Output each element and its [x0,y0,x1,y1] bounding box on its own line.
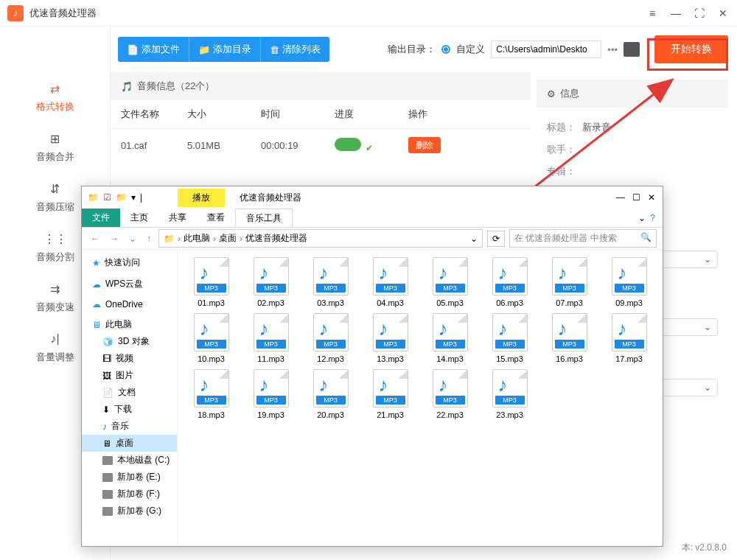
file-item[interactable]: ♪MP302.mp3 [242,257,300,307]
tab-home[interactable]: 主页 [120,209,158,227]
mp3-file-icon: ♪MP3 [492,313,528,351]
file-explorer-window: 📁 ☑ 📁 ▾ | 播放 优速音频处理器 — ☐ ✕ 文件 主页 共享 查看 音… [81,186,663,547]
file-item[interactable]: ♪MP319.mp3 [242,369,300,419]
help-icon[interactable]: ? [650,213,655,223]
delete-button[interactable]: 删除 [408,137,441,153]
sidebar-item-format[interactable]: ⇄格式转换 [0,72,110,122]
clear-list-button[interactable]: 🗑 清除列表 [261,37,329,62]
file-item[interactable]: ♪MP307.mp3 [540,257,598,307]
tree-desktop[interactable]: 🖥桌面 [82,435,177,452]
file-item[interactable]: ♪MP316.mp3 [540,313,598,363]
add-dir-button[interactable]: 📁 添加目录 [189,37,261,62]
file-name: 17.mp3 [615,354,643,363]
more-icon[interactable]: ••• [607,44,618,55]
tree-documents[interactable]: 📄文档 [82,384,177,401]
nav-forward-icon[interactable]: → [107,234,122,244]
breadcrumb[interactable]: 📁› 此电脑› 桌面› 优速音频处理器 ⌄ [158,229,483,248]
version-label: 本: v2.0.8.0 [682,542,727,554]
explorer-file-pane: ♪MP301.mp3♪MP302.mp3♪MP303.mp3♪MP304.mp3… [178,250,663,546]
ribbon-chevron-icon[interactable]: ⌄ [638,213,646,223]
mp3-file-icon: ♪MP3 [433,313,468,351]
explorer-titlebar: 📁 ☑ 📁 ▾ | 播放 优速音频处理器 — ☐ ✕ [82,186,663,209]
mp3-file-icon: ♪MP3 [194,369,229,407]
nav-history-icon[interactable]: ⌄ [126,234,139,244]
tree-wps[interactable]: ☁WPS云盘 [82,276,177,293]
folder-icon: 📁 [88,192,99,203]
file-item[interactable]: ♪MP321.mp3 [361,369,419,419]
tree-downloads[interactable]: ⬇下载 [82,401,177,418]
file-name: 15.mp3 [496,354,523,363]
file-item[interactable]: ♪MP320.mp3 [301,369,360,419]
mp3-file-icon: ♪MP3 [373,313,408,351]
refresh-button[interactable]: ⟳ [487,231,505,247]
file-item[interactable]: ♪MP306.mp3 [481,257,539,307]
tree-pictures[interactable]: 🖼图片 [82,367,177,384]
file-item[interactable]: ♪MP301.mp3 [182,257,240,307]
file-name: 22.mp3 [436,410,464,419]
mp3-file-icon: ♪MP3 [612,313,647,351]
tab-file[interactable]: 文件 [82,209,120,227]
tree-onedrive[interactable]: ☁OneDrive [82,297,177,312]
add-file-button[interactable]: 📄 添加文件 [118,37,189,62]
tree-video[interactable]: 🎞视频 [82,350,177,367]
table-row[interactable]: 01.caf 5.01MB 00:00:19 ✔ 删除 [111,129,531,162]
file-item[interactable]: ♪MP309.mp3 [600,257,658,307]
file-item[interactable]: ♪MP323.mp3 [481,369,539,419]
tab-view[interactable]: 查看 [197,209,235,227]
file-item[interactable]: ♪MP312.mp3 [301,313,360,363]
tree-3d[interactable]: 🧊3D 对象 [82,333,177,350]
file-name: 07.mp3 [556,298,583,307]
output-path-input[interactable] [491,41,601,58]
menu-icon[interactable]: ≡ [646,7,659,20]
tree-edisk[interactable]: 新加卷 (E:) [82,469,177,486]
maximize-icon[interactable]: ⛶ [693,7,706,20]
file-item[interactable]: ♪MP313.mp3 [361,313,419,363]
folder-icon: 📁 [164,234,175,244]
file-name: 18.mp3 [198,410,225,419]
explorer-search-input[interactable]: 在 优速音频处理器 中搜索🔍 [509,229,657,248]
tab-music-tools[interactable]: 音乐工具 [235,209,293,228]
tree-music[interactable]: ♪音乐 [82,418,177,435]
file-item[interactable]: ♪MP303.mp3 [301,257,360,307]
minimize-icon[interactable]: — [669,7,682,20]
mp3-file-icon: ♪MP3 [194,313,229,351]
split-icon: ⋮⋮ [48,231,63,246]
file-item[interactable]: ♪MP311.mp3 [242,313,300,363]
file-name: 21.mp3 [377,410,404,419]
file-name: 16.mp3 [556,354,583,363]
explorer-ribbon-tabs: 文件 主页 共享 查看 音乐工具 ⌄? [82,209,663,228]
file-item[interactable]: ♪MP305.mp3 [421,257,479,307]
file-item[interactable]: ♪MP317.mp3 [600,313,658,363]
tree-quick-access[interactable]: ★快速访问 [82,254,177,271]
mp3-file-icon: ♪MP3 [433,257,468,295]
start-convert-button[interactable]: 开始转换 [654,35,728,63]
mp3-file-icon: ♪MP3 [373,257,408,295]
mp3-file-icon: ♪MP3 [313,257,349,295]
mp3-file-icon: ♪MP3 [194,257,229,295]
exp-minimize-icon[interactable]: — [616,192,625,203]
file-name: 23.mp3 [496,410,523,419]
nav-back-icon[interactable]: ← [88,234,102,244]
close-icon[interactable]: ✕ [716,7,730,20]
file-item[interactable]: ♪MP315.mp3 [481,313,539,363]
tab-share[interactable]: 共享 [158,209,197,227]
file-name: 19.mp3 [257,410,284,419]
file-item[interactable]: ♪MP318.mp3 [182,369,240,419]
sidebar-item-merge[interactable]: ⊞音频合并 [0,122,110,172]
browse-folder-button[interactable] [624,42,640,57]
exp-maximize-icon[interactable]: ☐ [632,192,640,203]
file-item[interactable]: ♪MP304.mp3 [361,257,419,307]
exp-close-icon[interactable]: ✕ [648,192,655,203]
info-header: ⚙ 信息 [537,80,728,108]
tree-fdisk[interactable]: 新加卷 (F:) [82,486,177,503]
tree-gdisk[interactable]: 新加卷 (G:) [82,503,177,519]
play-tab[interactable]: 播放 [178,189,225,207]
file-item[interactable]: ♪MP322.mp3 [421,369,479,419]
tree-cdisk[interactable]: 本地磁盘 (C:) [82,452,177,469]
file-item[interactable]: ♪MP310.mp3 [182,313,240,363]
tree-this-pc[interactable]: 🖥此电脑 [82,316,177,333]
file-name: 02.mp3 [257,298,284,307]
nav-up-icon[interactable]: ↑ [144,234,154,244]
custom-radio[interactable] [441,45,450,54]
file-item[interactable]: ♪MP314.mp3 [421,313,479,363]
